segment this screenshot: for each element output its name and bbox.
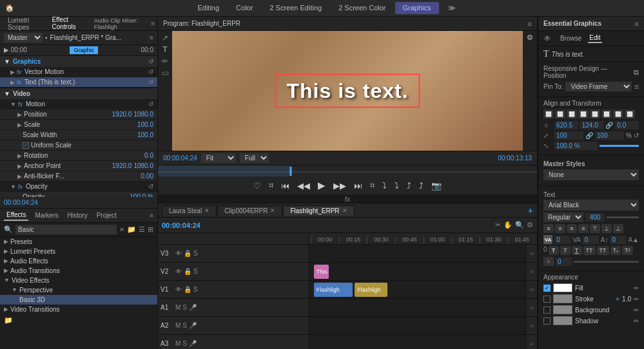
mic-icon-a2[interactable]: M: [175, 322, 181, 329]
align-top-text-btn[interactable]: ⊤: [590, 224, 600, 233]
shadow-swatch[interactable]: [553, 316, 572, 325]
reset-btn-text[interactable]: ↺: [148, 79, 153, 86]
monitor-menu-icon[interactable]: ≡: [528, 20, 532, 28]
line-height-icon[interactable]: ≡: [543, 257, 554, 266]
stroke-swatch[interactable]: [553, 294, 572, 303]
frame-forward-btn[interactable]: ▶▶: [331, 180, 348, 191]
monitor-fit-select[interactable]: Fit 25% 50% 100%: [201, 153, 236, 163]
pos-y-val[interactable]: 124.0: [580, 121, 604, 129]
export-frame-btn[interactable]: 📷: [429, 180, 444, 191]
mic2-icon-a3[interactable]: 🎤: [189, 340, 197, 347]
antiflicker-val[interactable]: 0.00: [141, 173, 153, 180]
stroke-value[interactable]: 1.0: [622, 296, 631, 303]
clip-this-is-t[interactable]: This is t: [314, 265, 329, 279]
align-left-btn[interactable]: ≡: [543, 224, 554, 233]
eye-icon-v3[interactable]: 👁: [175, 250, 182, 257]
scale-percent-val[interactable]: 100.0 %: [554, 142, 598, 150]
expand-arrow[interactable]: ▶: [10, 69, 15, 75]
align-right-btn[interactable]: ≡: [567, 224, 577, 233]
solo-icon-a1[interactable]: S: [182, 304, 187, 311]
solo-icon-a3[interactable]: S: [182, 340, 187, 347]
va-icon[interactable]: VA: [543, 235, 552, 244]
expand-position[interactable]: ▶: [17, 111, 22, 118]
expand-opacity[interactable]: ▼: [10, 184, 16, 190]
step-forward-btn[interactable]: ⏭: [352, 180, 364, 191]
clip-flashlight-1[interactable]: Flashligh: [314, 283, 353, 297]
expand-motion[interactable]: ▼: [10, 101, 16, 108]
razor-icon[interactable]: ✂: [495, 221, 501, 229]
track-expand-a2[interactable]: ○: [529, 322, 533, 329]
effects-clear-btn[interactable]: ✕: [119, 226, 124, 233]
shadow-pencil-icon[interactable]: ✏: [634, 317, 639, 325]
sync-icon-v3[interactable]: S: [193, 250, 198, 257]
right-tab-edit[interactable]: Edit: [588, 33, 601, 43]
kerning-val[interactable]: 0: [610, 236, 626, 244]
lift-btn[interactable]: ⤴: [405, 180, 413, 191]
settings-icon[interactable]: ⚙: [527, 33, 533, 42]
ec-row-text[interactable]: ▶ fx Text (This is text.) ↺: [0, 77, 157, 88]
bg-swatch[interactable]: [553, 305, 572, 314]
track-body-a2[interactable]: [309, 317, 525, 334]
seq-tab-laura[interactable]: Laura Steal ✕: [162, 205, 217, 216]
track-expand-v2[interactable]: ○: [529, 268, 533, 275]
effects-tab-project[interactable]: Project: [94, 211, 119, 220]
expand-antiflicker[interactable]: ▶: [17, 173, 22, 180]
bold-btn[interactable]: T: [549, 246, 559, 255]
font-size-slider[interactable]: [607, 216, 639, 218]
tree-item-video-effects[interactable]: ▼ Video Effects: [0, 276, 157, 285]
align-bot-text-btn[interactable]: ⊥: [613, 224, 623, 233]
t-sub-btn[interactable]: Tₛ: [610, 246, 621, 255]
font-style-select[interactable]: Regular Bold Italic: [543, 212, 583, 222]
uniform-scale-checkbox[interactable]: [23, 142, 29, 149]
extract-btn[interactable]: ⤴: [417, 180, 425, 191]
pen-tool-icon[interactable]: ✏: [162, 57, 168, 66]
new-bin-icon[interactable]: 📁: [4, 316, 13, 324]
heart-btn[interactable]: ♡: [251, 180, 263, 191]
track-expand-v3[interactable]: ○: [529, 250, 533, 257]
align-center-v-icon[interactable]: ⬜: [590, 109, 600, 118]
solo-icon-a2[interactable]: S: [182, 322, 187, 329]
kerning-icon[interactable]: A↕: [601, 236, 609, 243]
sync-icon-v2[interactable]: S: [193, 268, 198, 275]
stroke-pencil-icon[interactable]: ✏: [634, 296, 639, 303]
scale-width-val[interactable]: 100.0: [137, 131, 153, 138]
track-body-a1[interactable]: [309, 299, 525, 316]
align-right-icon[interactable]: ⬜: [567, 109, 577, 118]
reset-motion[interactable]: ↺: [148, 100, 153, 108]
mark-in-btn[interactable]: ⌗: [267, 180, 275, 191]
mic2-icon-a2[interactable]: 🎤: [189, 322, 197, 329]
effects-grid-icon[interactable]: ⊞: [148, 225, 153, 234]
tab-editing[interactable]: Editing: [190, 2, 227, 14]
hand-icon[interactable]: ✋: [503, 221, 512, 229]
fill-swatch[interactable]: [553, 283, 572, 292]
expand-arrow-text[interactable]: ▶: [10, 79, 15, 86]
monitor-quality-select[interactable]: Full 1/2 1/4: [240, 153, 269, 163]
pos-link-icon[interactable]: 🔗: [605, 122, 613, 129]
eye-icon-v1[interactable]: 👁: [175, 286, 182, 293]
track-expand-a1[interactable]: ○: [529, 304, 533, 311]
add-sequence-btn[interactable]: +: [528, 205, 533, 216]
fill-pencil-icon[interactable]: ✏: [634, 285, 639, 292]
tree-item-basic-3d[interactable]: Basic 3D: [0, 295, 157, 305]
lock-icon-v1[interactable]: 🔒: [184, 286, 191, 293]
dist-h-icon[interactable]: ⬜: [613, 109, 623, 118]
pin-to-select[interactable]: Video Frame Master Frame: [565, 82, 632, 91]
anchor-y[interactable]: 1080.0: [133, 162, 153, 169]
play-btn[interactable]: ▶: [316, 179, 327, 192]
settings-timeline-icon[interactable]: ⚙: [527, 221, 533, 229]
tree-item-perspective[interactable]: ▼ Perspective: [0, 285, 157, 295]
tracking-val2-0[interactable]: 0: [583, 236, 599, 244]
select-tool-icon[interactable]: ↗: [162, 33, 168, 42]
lock-icon-v3[interactable]: 🔒: [184, 250, 191, 257]
scrubber-head[interactable]: [289, 167, 291, 176]
expand-rotation[interactable]: ▶: [17, 153, 22, 159]
rotation-val-right[interactable]: 0.0: [615, 121, 639, 129]
line-height-val[interactable]: 0: [556, 258, 572, 266]
opacity-val-right[interactable]: 100: [595, 131, 624, 140]
insert-btn[interactable]: ⤵: [380, 180, 389, 191]
tab-2screen-color[interactable]: 2 Screen Color: [331, 2, 393, 14]
reset-opacity[interactable]: ↺: [148, 183, 153, 190]
tab-lumetri-scopes[interactable]: Lumetri Scopes: [3, 15, 46, 32]
pin-to-icon[interactable]: ⧈: [634, 82, 639, 91]
seq-close-flashlight[interactable]: ✕: [342, 207, 347, 214]
